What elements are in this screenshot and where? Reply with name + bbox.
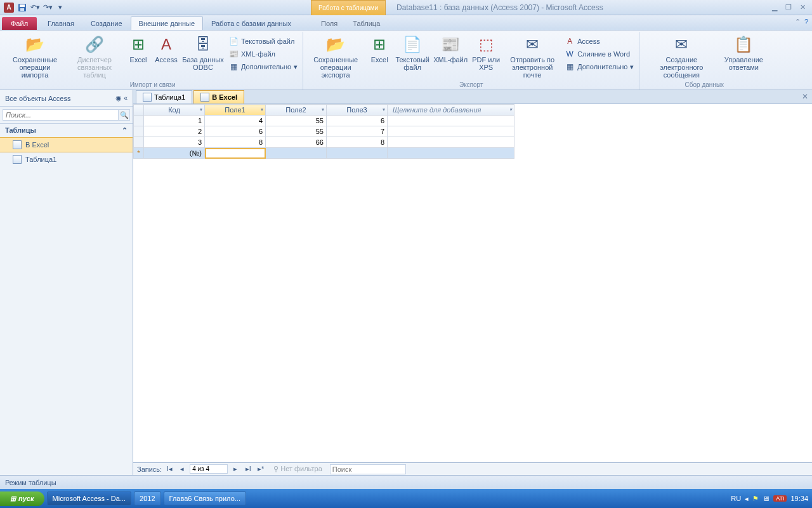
column-header[interactable]: Поле3▾	[327, 105, 388, 116]
save-icon[interactable]	[16, 2, 28, 13]
close-tab-icon[interactable]: ✕	[802, 92, 808, 101]
export-email-button[interactable]: ✉ Отправить по электронной почте	[504, 33, 561, 79]
import-odbc-button[interactable]: 🗄 База данных ODBC	[181, 33, 225, 71]
search-icon[interactable]: 🔍	[119, 109, 130, 121]
next-record-button[interactable]: ▸	[230, 465, 240, 473]
cell[interactable]: 55	[266, 126, 327, 137]
cell[interactable]	[266, 148, 327, 159]
cell[interactable]	[327, 148, 388, 159]
export-text-button[interactable]: 📄 Текстовый файл	[395, 33, 430, 71]
export-xml-button[interactable]: 📰 XML-файл	[433, 33, 468, 64]
taskbar-item[interactable]: Глава6 Связь прило...	[164, 491, 246, 505]
datasheet[interactable]: Код▾Поле1▾Поле2▾Поле3▾Щелкните для добав…	[133, 104, 812, 462]
cell[interactable]: 3	[144, 137, 205, 148]
taskbar-item[interactable]: Microsoft Access - Da...	[47, 491, 132, 505]
dropdown-icon[interactable]: ▾	[383, 107, 385, 112]
redo-icon[interactable]: ↷▾	[42, 2, 53, 13]
new-record-button[interactable]: ▸*	[256, 465, 266, 473]
nav-group-tables[interactable]: Таблицы⌃	[0, 124, 133, 137]
nav-menu-icon[interactable]: ◉	[115, 94, 122, 102]
last-record-button[interactable]: ▸I	[243, 465, 253, 473]
import-more-button[interactable]: ▦Дополнительно ▾	[227, 61, 299, 72]
record-position-input[interactable]	[190, 464, 228, 474]
nav-collapse-icon[interactable]: «	[124, 94, 128, 102]
ribbon-minimize-icon[interactable]: ⌃	[795, 18, 801, 26]
export-access-button[interactable]: AAccess	[563, 36, 635, 47]
dropdown-icon[interactable]: ▾	[509, 107, 512, 112]
import-text-button[interactable]: 📄Текстовый файл	[227, 36, 299, 47]
cell[interactable]: (№)	[144, 148, 205, 159]
add-column-header[interactable]: Щелкните для добавления▾	[388, 105, 514, 116]
table-row[interactable]: 14556	[134, 116, 514, 126]
cell[interactable]	[388, 137, 514, 148]
cell[interactable]	[388, 116, 514, 126]
cell[interactable]: 7	[327, 126, 388, 137]
ribbon-tab-1[interactable]: Создание	[82, 17, 131, 30]
table-row[interactable]: 38668	[134, 137, 514, 148]
dropdown-icon[interactable]: ▾	[200, 107, 202, 112]
cell[interactable]	[388, 126, 514, 137]
cell[interactable]: 55	[266, 116, 327, 126]
cell[interactable]: 2	[144, 126, 205, 137]
saved-exports-button[interactable]: 📂 Сохраненные операции экспорта	[307, 33, 364, 79]
dropdown-icon[interactable]: ▾	[322, 107, 324, 112]
clock[interactable]: 19:34	[790, 495, 808, 502]
nav-header[interactable]: Все объекты Access ◉ «	[0, 90, 133, 107]
row-selector[interactable]	[134, 137, 144, 148]
cell[interactable]: 6	[205, 126, 266, 137]
datasheet-search-input[interactable]	[330, 464, 406, 474]
import-access-button[interactable]: A Access	[154, 33, 179, 64]
tray-icon[interactable]: 🖥	[763, 495, 769, 502]
column-header[interactable]: Поле1▾	[205, 105, 266, 116]
export-word-button[interactable]: WСлияние в Word	[563, 48, 635, 60]
search-input[interactable]	[3, 109, 119, 121]
minimize-icon[interactable]: ▁	[769, 3, 780, 11]
cell[interactable]: 8	[327, 137, 388, 148]
help-icon[interactable]: ?	[804, 18, 808, 26]
tray-icon[interactable]: ⚑	[752, 495, 759, 503]
select-all-corner[interactable]	[134, 105, 144, 116]
restore-icon[interactable]: ❐	[783, 3, 794, 11]
ribbon-tab-2[interactable]: Внешние данные	[131, 17, 203, 30]
cell[interactable]: 4	[205, 116, 266, 126]
export-excel-button[interactable]: ⊞ Excel	[367, 33, 392, 64]
column-header[interactable]: Поле2▾	[266, 105, 327, 116]
file-tab[interactable]: Файл	[2, 17, 37, 30]
table-row[interactable]: 26557	[134, 126, 514, 137]
cell[interactable]	[388, 148, 514, 159]
nav-table-item[interactable]: Таблица1	[0, 152, 133, 166]
new-row[interactable]: *(№)	[134, 148, 514, 159]
manage-replies-button[interactable]: 📋 Управление ответами	[722, 33, 765, 71]
export-pdf-button[interactable]: ⬚ PDF или XPS	[471, 33, 501, 71]
cell[interactable]: 66	[266, 137, 327, 148]
cell[interactable]: 8	[205, 137, 266, 148]
first-record-button[interactable]: I◂	[164, 465, 174, 473]
start-button[interactable]: ⊞ пуск	[0, 491, 44, 506]
export-more-button[interactable]: ▦Дополнительно ▾	[563, 61, 635, 72]
document-tab[interactable]: Таблица1	[136, 90, 192, 104]
column-header[interactable]: Код▾	[144, 105, 205, 116]
prev-record-button[interactable]: ◂	[177, 465, 187, 473]
active-cell[interactable]	[205, 148, 266, 159]
context-tab-1[interactable]: Таблица	[345, 17, 388, 30]
cell[interactable]: 1	[144, 116, 205, 126]
row-selector[interactable]	[134, 126, 144, 137]
import-xml-button[interactable]: 📰XML-файл	[227, 48, 299, 60]
dropdown-icon[interactable]: ▾	[261, 107, 263, 112]
context-tab-0[interactable]: Поля	[313, 17, 345, 30]
close-icon[interactable]: ✕	[797, 3, 808, 11]
taskbar-item[interactable]: 2012	[134, 491, 160, 505]
saved-imports-button[interactable]: 📂 Сохраненные операции импорта	[6, 33, 63, 79]
tray-icon[interactable]: ◂	[745, 495, 749, 503]
qat-customize-icon[interactable]: ▾	[55, 2, 66, 13]
ribbon-tab-0[interactable]: Главная	[39, 17, 82, 30]
ribbon-tab-3[interactable]: Работа с базами данных	[203, 17, 299, 30]
undo-icon[interactable]: ↶▾	[29, 2, 41, 13]
import-excel-button[interactable]: ⊞ Excel	[126, 33, 151, 64]
nav-table-item[interactable]: В Excel	[0, 137, 133, 152]
tray-badge[interactable]: ATI	[773, 495, 787, 502]
create-email-button[interactable]: ✉ Создание электронного сообщения	[643, 33, 719, 79]
document-tab[interactable]: В Excel	[193, 90, 244, 104]
row-selector[interactable]	[134, 116, 144, 126]
cell[interactable]: 6	[327, 116, 388, 126]
